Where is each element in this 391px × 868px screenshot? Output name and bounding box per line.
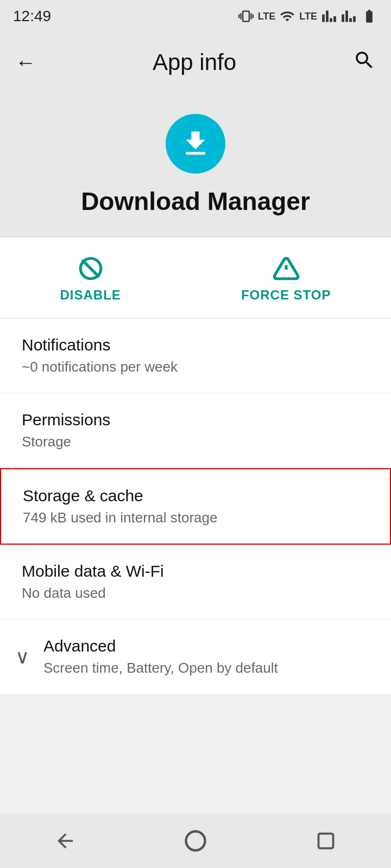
svg-point-4 bbox=[186, 832, 205, 851]
notifications-title: Notifications bbox=[22, 336, 369, 354]
top-app-bar: ← App info bbox=[0, 33, 391, 92]
force-stop-label: FORCE STOP bbox=[241, 288, 331, 303]
app-icon bbox=[166, 114, 225, 174]
back-button[interactable]: ← bbox=[15, 51, 36, 74]
lte-icon: LTE bbox=[258, 11, 276, 22]
battery-icon bbox=[361, 9, 378, 24]
svg-line-1 bbox=[82, 260, 99, 277]
disable-button[interactable]: DISABLE bbox=[60, 255, 121, 303]
svg-rect-5 bbox=[319, 834, 333, 848]
recent-nav-button[interactable] bbox=[304, 825, 348, 857]
force-stop-icon bbox=[273, 255, 300, 282]
notifications-subtitle: ~0 notifications per week bbox=[22, 359, 369, 375]
status-time: 12:49 bbox=[13, 8, 51, 25]
storage-cache-item[interactable]: Storage & cache 749 kB used in internal … bbox=[0, 468, 391, 545]
mobile-data-title: Mobile data & Wi-Fi bbox=[22, 562, 369, 580]
mobile-data-subtitle: No data used bbox=[22, 585, 369, 602]
search-button[interactable] bbox=[353, 49, 376, 76]
app-header: Download Manager bbox=[0, 92, 391, 238]
page-title: App info bbox=[153, 49, 236, 75]
search-icon bbox=[353, 49, 376, 72]
permissions-item[interactable]: Permissions Storage bbox=[0, 393, 391, 468]
advanced-subtitle: Screen time, Battery, Open by default bbox=[43, 660, 369, 676]
disable-label: DISABLE bbox=[60, 288, 121, 303]
back-nav-button[interactable] bbox=[43, 825, 87, 857]
action-buttons-section: DISABLE FORCE STOP bbox=[0, 238, 391, 318]
mobile-data-item[interactable]: Mobile data & Wi-Fi No data used bbox=[0, 545, 391, 620]
recent-nav-icon bbox=[316, 831, 336, 851]
back-nav-icon bbox=[54, 829, 77, 852]
signal-icon bbox=[321, 9, 337, 24]
force-stop-button[interactable]: FORCE STOP bbox=[241, 255, 331, 303]
download-icon bbox=[179, 127, 212, 160]
advanced-title: Advanced bbox=[43, 637, 369, 655]
status-icons: LTE LTE bbox=[238, 9, 378, 24]
chevron-down-icon: ∨ bbox=[15, 646, 29, 668]
permissions-subtitle: Storage bbox=[22, 433, 369, 450]
vibrate-icon bbox=[238, 9, 254, 24]
status-bar: 12:49 LTE LTE bbox=[0, 0, 391, 33]
disable-icon bbox=[77, 255, 104, 282]
storage-cache-subtitle: 749 kB used in internal storage bbox=[23, 509, 368, 526]
app-name: Download Manager bbox=[81, 187, 310, 216]
lte2-icon: LTE bbox=[299, 11, 317, 22]
bottom-nav bbox=[0, 814, 391, 868]
settings-list: Notifications ~0 notifications per week … bbox=[0, 318, 391, 694]
advanced-item[interactable]: ∨ Advanced Screen time, Battery, Open by… bbox=[0, 620, 391, 694]
wifi-icon bbox=[280, 9, 295, 24]
notifications-item[interactable]: Notifications ~0 notifications per week bbox=[0, 318, 391, 393]
home-nav-icon bbox=[184, 829, 207, 852]
home-nav-button[interactable] bbox=[174, 825, 217, 857]
permissions-title: Permissions bbox=[22, 411, 369, 429]
signal2-icon bbox=[341, 9, 356, 24]
storage-cache-title: Storage & cache bbox=[23, 487, 368, 505]
